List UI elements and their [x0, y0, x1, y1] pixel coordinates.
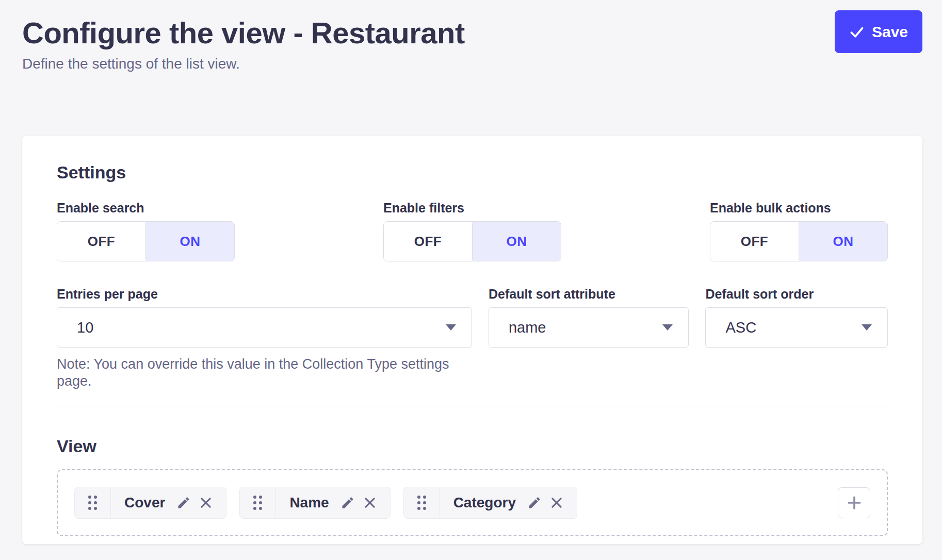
enable-search-on-button[interactable]: ON — [145, 222, 234, 261]
default-sort-attribute-label: Default sort attribute — [489, 288, 689, 301]
entries-per-page-field: Entries per page 10 Note: You can overri… — [57, 288, 472, 389]
close-icon — [198, 495, 214, 510]
check-icon — [849, 24, 865, 40]
remove-column-button[interactable] — [549, 487, 564, 518]
drag-handle-icon — [253, 496, 256, 499]
save-button-label: Save — [872, 23, 908, 41]
drag-handle[interactable] — [404, 487, 440, 518]
enable-bulk-actions-toggle: OFF ON — [710, 221, 888, 261]
plus-icon — [846, 494, 863, 512]
view-settings-card: Settings Enable search OFF ON Enable fil… — [22, 136, 922, 544]
remove-column-button[interactable] — [362, 487, 378, 518]
pencil-icon — [527, 496, 542, 510]
entries-per-page-value: 10 — [77, 319, 93, 336]
enable-bulk-actions-label: Enable bulk actions — [710, 202, 888, 215]
entries-per-page-label: Entries per page — [57, 288, 472, 301]
enable-filters-toggle: OFF ON — [383, 221, 561, 261]
page-header-text: Configure the view - Restaurant Define t… — [22, 10, 465, 73]
enable-filters-field: Enable filters OFF ON — [383, 202, 561, 261]
pencil-icon — [176, 496, 191, 510]
enable-search-label: Enable search — [57, 202, 235, 215]
close-icon — [549, 495, 564, 510]
pencil-icon — [340, 496, 355, 510]
drag-handle-icon — [417, 496, 420, 499]
drag-handle[interactable] — [75, 487, 111, 518]
default-sort-attribute-field: Default sort attribute name — [489, 288, 689, 389]
enable-filters-off-button[interactable]: OFF — [384, 222, 472, 261]
settings-toggle-row: Enable search OFF ON Enable filters OFF … — [57, 202, 888, 261]
add-column-button[interactable] — [838, 487, 870, 518]
page-subtitle: Define the settings of the list view. — [22, 55, 465, 73]
default-sort-attribute-value: name — [509, 319, 546, 336]
edit-column-button[interactable] — [527, 487, 542, 518]
enable-search-off-button[interactable]: OFF — [57, 222, 145, 261]
default-sort-order-label: Default sort order — [705, 288, 888, 301]
chip-label: Name — [276, 487, 329, 518]
view-heading: View — [57, 437, 888, 455]
remove-column-button[interactable] — [198, 487, 214, 518]
enable-bulk-actions-field: Enable bulk actions OFF ON — [710, 202, 888, 261]
enable-filters-label: Enable filters — [383, 202, 561, 215]
view-column-chip-cover[interactable]: Cover — [74, 487, 226, 519]
close-icon — [362, 495, 378, 510]
enable-bulk-actions-on-button[interactable]: ON — [799, 222, 887, 261]
default-sort-order-select[interactable]: ASC — [705, 307, 888, 348]
configure-view-page: Configure the view - Restaurant Define t… — [0, 0, 942, 560]
enable-filters-on-button[interactable]: ON — [472, 222, 561, 261]
entries-per-page-select[interactable]: 10 — [57, 307, 472, 348]
enable-search-field: Enable search OFF ON — [57, 202, 235, 261]
view-column-chip-name[interactable]: Name — [239, 487, 390, 519]
section-divider — [57, 406, 888, 406]
save-button[interactable]: Save — [835, 10, 922, 53]
chevron-down-icon — [862, 324, 872, 331]
chevron-down-icon — [446, 324, 456, 331]
page-title: Configure the view - Restaurant — [22, 17, 465, 50]
enable-search-toggle: OFF ON — [57, 221, 235, 261]
default-sort-order-field: Default sort order ASC — [705, 288, 888, 389]
edit-column-button[interactable] — [176, 487, 191, 518]
default-sort-order-value: ASC — [725, 319, 756, 336]
settings-heading: Settings — [57, 163, 888, 181]
chip-label: Cover — [111, 487, 165, 518]
entries-per-page-note: Note: You can override this value in the… — [57, 356, 472, 389]
enable-bulk-actions-off-button[interactable]: OFF — [710, 222, 799, 261]
page-header: Configure the view - Restaurant Define t… — [22, 10, 922, 73]
view-column-chip-category[interactable]: Category — [403, 487, 577, 519]
edit-column-button[interactable] — [340, 487, 355, 518]
settings-selects-row: Entries per page 10 Note: You can overri… — [57, 288, 888, 389]
chip-label: Category — [440, 487, 516, 518]
drag-handle-icon — [88, 496, 91, 499]
view-columns-dropzone[interactable]: Cover Name — [57, 469, 888, 536]
default-sort-attribute-select[interactable]: name — [489, 307, 689, 348]
chevron-down-icon — [662, 324, 673, 331]
drag-handle[interactable] — [240, 487, 276, 518]
